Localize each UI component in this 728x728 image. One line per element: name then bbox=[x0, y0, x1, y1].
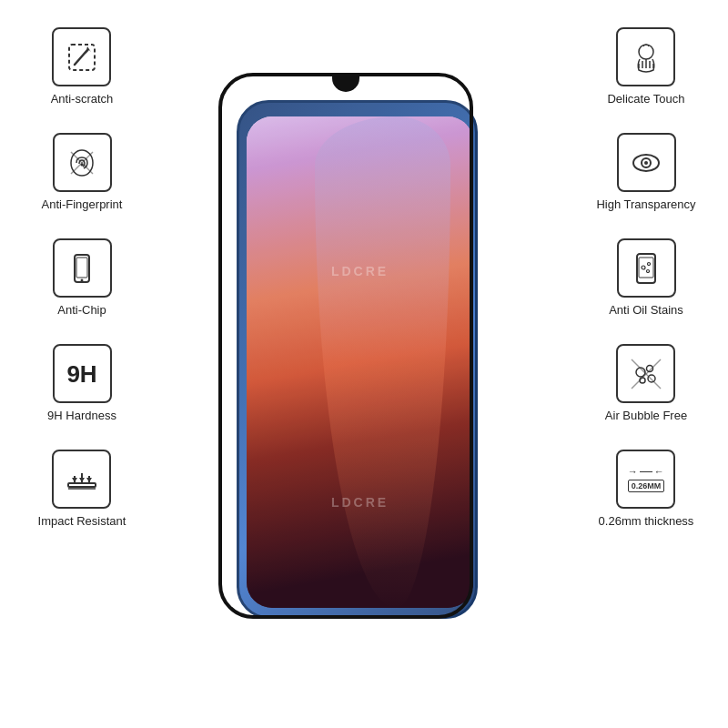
anti-fingerprint-icon bbox=[64, 145, 100, 181]
delicate-touch-icon bbox=[628, 39, 664, 76]
feature-9h-hardness: 9H 9H Hardness bbox=[47, 344, 116, 422]
delicate-touch-label: Delicate Touch bbox=[607, 92, 684, 106]
right-features: Delicate Touch High Transparency bbox=[573, 27, 719, 528]
feature-anti-fingerprint: Anti-Fingerprint bbox=[42, 133, 123, 211]
phone-wrapper: LDCRE LDCRE bbox=[218, 73, 510, 655]
impact-resistant-icon-box bbox=[52, 450, 111, 509]
anti-oil-stains-icon-box bbox=[617, 238, 676, 298]
anti-chip-label: Anti-Chip bbox=[57, 303, 106, 317]
9h-text: 9H bbox=[66, 362, 96, 386]
thickness-line bbox=[640, 471, 652, 472]
thickness-icon-box: → ← 0.26MM bbox=[616, 450, 675, 509]
anti-fingerprint-label: Anti-Fingerprint bbox=[42, 197, 123, 211]
feature-anti-scratch: Anti-scratch bbox=[51, 27, 114, 106]
thickness-value: 0.26MM bbox=[628, 480, 665, 492]
svg-point-29 bbox=[642, 266, 645, 269]
svg-point-26 bbox=[644, 161, 648, 165]
svg-marker-17 bbox=[86, 478, 92, 482]
air-bubble-free-icon-box bbox=[616, 344, 675, 403]
feature-air-bubble-free: Air Bubble Free bbox=[605, 344, 687, 422]
anti-scratch-icon bbox=[64, 39, 100, 76]
left-features: Anti-scratch Anti-Fingerprint bbox=[9, 27, 155, 528]
anti-oil-stains-icon bbox=[628, 250, 664, 287]
delicate-touch-icon-box bbox=[616, 27, 675, 86]
svg-rect-8 bbox=[76, 258, 87, 278]
feature-thickness: → ← 0.26MM 0.26mm thickness bbox=[599, 450, 694, 528]
high-transparency-label: High Transparency bbox=[596, 197, 695, 211]
feature-delicate-touch: Delicate Touch bbox=[607, 27, 684, 106]
air-bubble-free-icon bbox=[628, 356, 664, 392]
impact-resistant-label: Impact Resistant bbox=[38, 514, 126, 528]
high-transparency-icon-box bbox=[617, 133, 676, 192]
svg-point-30 bbox=[648, 262, 651, 265]
anti-oil-stains-label: Anti Oil Stains bbox=[609, 303, 683, 317]
anti-chip-icon-box bbox=[53, 238, 112, 298]
anti-scratch-label: Anti-scratch bbox=[51, 92, 114, 106]
9h-hardness-label: 9H Hardness bbox=[47, 409, 116, 422]
right-arrow: ← bbox=[654, 466, 664, 477]
svg-rect-10 bbox=[68, 483, 96, 487]
high-transparency-icon bbox=[628, 145, 664, 181]
feature-high-transparency: High Transparency bbox=[596, 133, 695, 211]
impact-resistant-icon bbox=[64, 461, 100, 498]
feature-anti-oil-stains: Anti Oil Stains bbox=[609, 238, 683, 317]
svg-marker-13 bbox=[72, 478, 77, 482]
svg-rect-27 bbox=[637, 254, 655, 283]
feature-impact-resistant: Impact Resistant bbox=[38, 450, 126, 528]
glass-notch bbox=[332, 76, 359, 92]
9h-hardness-icon-box: 9H bbox=[53, 344, 112, 403]
main-container: Anti-scratch Anti-Fingerprint bbox=[0, 0, 728, 728]
thickness-inner: → ← 0.26MM bbox=[628, 466, 665, 492]
glass-overlay bbox=[218, 73, 473, 619]
anti-scratch-icon-box bbox=[52, 27, 111, 86]
svg-point-18 bbox=[639, 45, 653, 59]
feature-anti-chip: Anti-Chip bbox=[53, 238, 112, 317]
svg-line-1 bbox=[75, 50, 87, 65]
thickness-arrows: → ← bbox=[628, 466, 665, 477]
anti-chip-icon bbox=[64, 250, 100, 287]
svg-point-9 bbox=[81, 278, 84, 281]
air-bubble-free-label: Air Bubble Free bbox=[605, 409, 687, 422]
svg-marker-15 bbox=[79, 478, 85, 482]
svg-point-31 bbox=[647, 269, 650, 272]
thickness-label: 0.26mm thickness bbox=[599, 514, 694, 528]
left-arrow: → bbox=[628, 466, 638, 477]
anti-fingerprint-icon-box bbox=[53, 133, 112, 192]
